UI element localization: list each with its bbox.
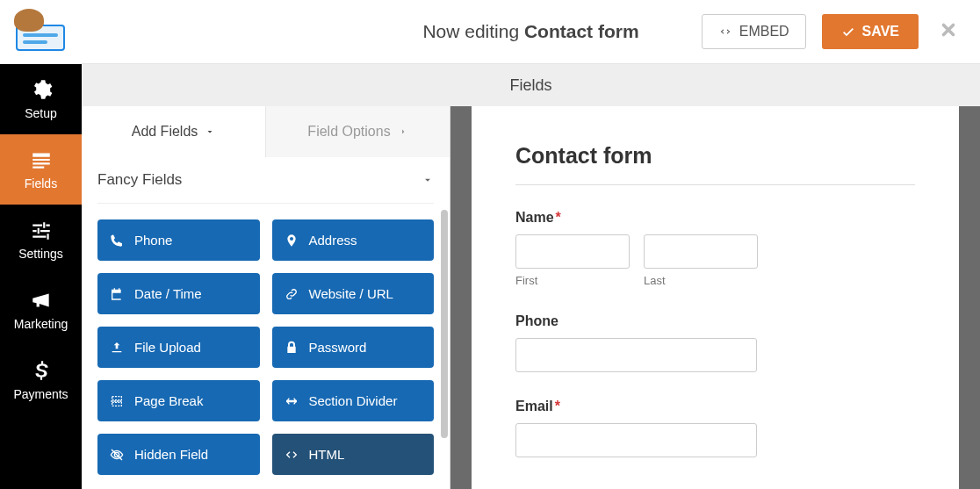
nav-settings[interactable]: Settings xyxy=(0,205,82,275)
nav-marketing[interactable]: Marketing xyxy=(0,275,82,345)
divider xyxy=(515,184,915,185)
form-canvas[interactable]: Contact form Name* First Last xyxy=(472,106,959,489)
email-label: Email* xyxy=(515,399,915,414)
nav-payments-label: Payments xyxy=(13,387,68,401)
field-label: Date / Time xyxy=(134,286,202,301)
field-email[interactable]: Email* xyxy=(515,399,915,457)
chevron-down-icon xyxy=(422,174,434,186)
section-fancy-fields[interactable]: Fancy Fields xyxy=(97,157,434,204)
field-file-upload[interactable]: File Upload xyxy=(97,327,260,368)
save-label: SAVE xyxy=(862,24,899,40)
form-icon xyxy=(30,148,53,171)
tab-field-options[interactable]: Field Options xyxy=(265,106,450,157)
check-icon xyxy=(841,25,855,39)
field-date-time[interactable]: Date / Time xyxy=(97,273,260,314)
field-label: Website / URL xyxy=(309,286,393,301)
tab-add-fields-label: Add Fields xyxy=(132,124,198,140)
embed-button[interactable]: EMBED xyxy=(702,14,806,49)
field-label: Hidden Field xyxy=(134,447,208,462)
phone-label: Phone xyxy=(515,313,915,329)
field-label: Section Divider xyxy=(309,393,398,408)
field-label: Page Break xyxy=(134,393,203,408)
nav-settings-label: Settings xyxy=(18,247,63,261)
gear-icon xyxy=(30,78,53,101)
link-icon xyxy=(285,287,299,301)
required-asterisk: * xyxy=(556,210,561,225)
calendar-icon xyxy=(110,287,124,301)
divider-icon xyxy=(285,394,299,408)
field-label: File Upload xyxy=(134,340,201,355)
embed-label: EMBED xyxy=(739,24,789,40)
field-page-break[interactable]: Page Break xyxy=(97,380,260,421)
save-button[interactable]: SAVE xyxy=(822,14,919,49)
editing-form-name: Contact form xyxy=(524,21,639,41)
field-phone[interactable]: Phone xyxy=(515,313,915,372)
section-title: Fancy Fields xyxy=(97,171,182,189)
first-name-input[interactable] xyxy=(515,234,630,269)
phone-icon xyxy=(110,234,124,248)
email-input[interactable] xyxy=(515,423,757,457)
chevron-down-icon xyxy=(205,126,215,137)
lock-icon xyxy=(285,341,299,355)
nav-setup-label: Setup xyxy=(25,106,57,120)
code-icon xyxy=(285,448,299,462)
field-section-divider[interactable]: Section Divider xyxy=(272,380,435,421)
subheader-title: Fields xyxy=(82,64,980,106)
eye-off-icon xyxy=(110,448,124,462)
chevron-right-icon xyxy=(398,126,408,137)
nav-fields-label: Fields xyxy=(25,176,57,191)
last-sublabel: Last xyxy=(644,274,758,287)
nav-setup[interactable]: Setup xyxy=(0,64,82,134)
field-phone[interactable]: Phone xyxy=(97,219,260,261)
field-password[interactable]: Password xyxy=(272,327,435,368)
field-label: Phone xyxy=(134,233,172,248)
pagebreak-icon xyxy=(110,394,124,408)
field-hidden-field[interactable]: Hidden Field xyxy=(97,434,260,475)
pin-icon xyxy=(285,234,299,248)
required-asterisk: * xyxy=(555,399,560,413)
editing-prefix: Now editing xyxy=(422,21,524,41)
bullhorn-icon xyxy=(30,289,53,312)
first-sublabel: First xyxy=(515,274,630,287)
close-button[interactable] xyxy=(934,18,962,46)
field-name[interactable]: Name* First Last xyxy=(515,210,915,287)
phone-input[interactable] xyxy=(515,338,757,372)
dollar-icon xyxy=(30,359,53,382)
tab-field-options-label: Field Options xyxy=(307,124,390,140)
nav-fields[interactable]: Fields xyxy=(0,134,82,205)
nav-payments[interactable]: Payments xyxy=(0,345,82,415)
field-label: Address xyxy=(309,233,357,248)
field-label: HTML xyxy=(309,447,345,462)
name-label: Name* xyxy=(515,210,915,226)
field-html[interactable]: HTML xyxy=(272,434,435,475)
close-icon xyxy=(939,20,958,40)
code-icon xyxy=(718,25,732,39)
nav-marketing-label: Marketing xyxy=(14,317,68,331)
app-logo xyxy=(0,0,82,64)
form-title: Contact form xyxy=(515,143,915,169)
page-title: Now editing Contact form xyxy=(422,21,638,42)
tab-add-fields[interactable]: Add Fields xyxy=(82,106,265,157)
field-website-url[interactable]: Website / URL xyxy=(272,273,435,314)
scrollbar-thumb[interactable] xyxy=(441,210,448,438)
last-name-input[interactable] xyxy=(644,234,758,269)
sliders-icon xyxy=(30,219,53,241)
field-label: Password xyxy=(309,340,367,355)
upload-icon xyxy=(110,341,124,355)
field-address[interactable]: Address xyxy=(272,219,435,261)
